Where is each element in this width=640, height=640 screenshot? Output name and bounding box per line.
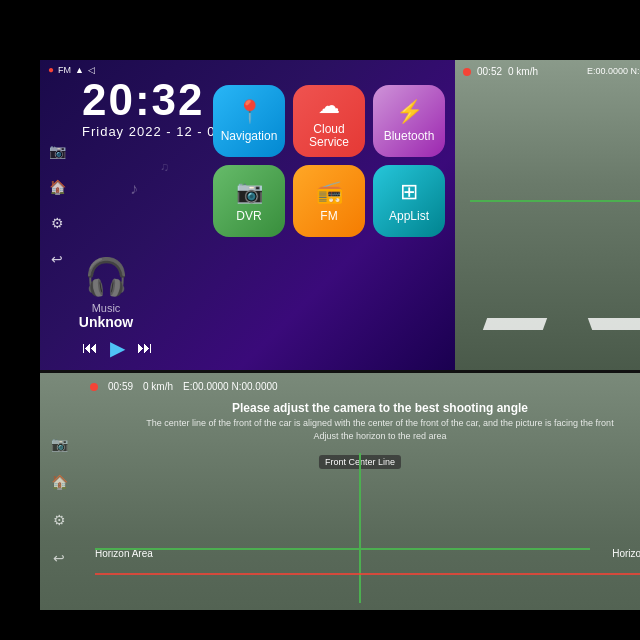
clock-date: Friday 2022 - 12 - 02 [82, 124, 224, 139]
signal-icon: FM [58, 65, 71, 75]
navigation-icon: 📍 [236, 99, 263, 125]
top-cam-speed: 0 km/h [508, 66, 538, 77]
wifi-icon: ▲ [75, 65, 84, 75]
bottom-cam-speed: 0 km/h [143, 381, 173, 392]
bottom-cam-coords: E:00.0000 N:00.0000 [183, 381, 278, 392]
bottom-status-bar: 00:59 0 km/h E:00.0000 N:00.0000 [90, 381, 278, 392]
music-note-2: ♫ [160, 160, 169, 174]
dvr-button[interactable]: 📷 DVR [213, 165, 285, 237]
navigation-label: Navigation [221, 129, 278, 143]
cloud-service-button[interactable]: ☁ CloudService [293, 85, 365, 157]
clock-section: 20:32 Friday 2022 - 12 - 02 [82, 78, 224, 139]
prev-button[interactable]: ⏮ [82, 336, 98, 360]
red-h-line [95, 573, 640, 575]
side-nav-bottom: 📷 🏠 ⚙ ↩ [48, 433, 70, 569]
bluetooth-label: Bluetooth [384, 129, 435, 143]
inst-main: Please adjust the camera to the best sho… [90, 401, 640, 415]
top-cam-time: 00:52 [477, 66, 502, 77]
headphone-icon: 🎧 [76, 252, 136, 302]
road-marking-right-top [588, 318, 640, 330]
fm-button[interactable]: 📻 FM [293, 165, 365, 237]
bluetooth-button[interactable]: ⚡ Bluetooth [373, 85, 445, 157]
road-marking-left-top [483, 318, 547, 330]
horizon-right-label: Horizon Area [612, 548, 640, 559]
bluetooth-icon: ⚡ [396, 99, 423, 125]
green-v-line [359, 453, 361, 603]
bottom-nav-home-icon[interactable]: 🏠 [48, 471, 70, 493]
top-cam-status: 00:52 0 km/h [463, 66, 538, 77]
bottom-cam-time: 00:59 [108, 381, 133, 392]
rec-dot-top [463, 68, 471, 76]
inst-sub1: The center line of the front of the car … [90, 417, 640, 430]
instruction-text: Please adjust the camera to the best sho… [90, 401, 640, 442]
rec-dot-bottom [90, 383, 98, 391]
nav-camera-icon[interactable]: 📷 [46, 140, 68, 162]
play-button[interactable]: ▶ [110, 336, 125, 360]
applist-label: AppList [389, 209, 429, 223]
cloud-label: CloudService [309, 123, 349, 149]
head-unit-panel: ● FM ▲ ◁ 📷 🏠 ⚙ ↩ 20:32 Friday 2022 - 12 … [40, 60, 455, 370]
green-h-line [95, 548, 590, 550]
top-panel: ● FM ▲ ◁ 📷 🏠 ⚙ ↩ 20:32 Friday 2022 - 12 … [40, 60, 640, 370]
music-label: Music [76, 302, 136, 314]
music-controls: ⏮ ▶ ⏭ [82, 336, 153, 360]
applist-button[interactable]: ⊞ AppList [373, 165, 445, 237]
music-section: 🎧 Music Unknow [76, 252, 136, 330]
dvr-label: DVR [236, 209, 261, 223]
dvr-icon: 📷 [236, 179, 263, 205]
nav-settings-icon[interactable]: ⚙ [46, 212, 68, 234]
navigation-button[interactable]: 📍 Navigation [213, 85, 285, 157]
road-top [455, 160, 640, 340]
inst-sub2: Adjust the horizon to the red area [90, 430, 640, 443]
fm-label: FM [320, 209, 337, 223]
side-nav: 📷 🏠 ⚙ ↩ [46, 140, 68, 270]
clock-time: 20:32 [82, 78, 224, 122]
green-line-top [470, 200, 640, 202]
top-cam-coords: E:00.0000 N:00.0000 [587, 66, 640, 76]
nav-back-icon[interactable]: ↩ [46, 248, 68, 270]
music-title: Unknow [76, 314, 136, 330]
app-grid: 📍 Navigation ☁ CloudService ⚡ Bluetooth … [213, 85, 445, 237]
bottom-nav-camera-icon[interactable]: 📷 [48, 433, 70, 455]
music-note-1: ♪ [130, 180, 138, 198]
bottom-camera-panel: 📷 🏠 ⚙ ↩ 00:59 0 km/h E:00.0000 N:00.0000… [40, 373, 640, 640]
bottom-border [0, 610, 640, 640]
nav-home-icon[interactable]: 🏠 [46, 176, 68, 198]
cloud-icon: ☁ [318, 93, 340, 119]
battery-icon: ◁ [88, 65, 95, 75]
next-button[interactable]: ⏭ [137, 336, 153, 360]
fm-icon: 📻 [316, 179, 343, 205]
bottom-nav-settings-icon[interactable]: ⚙ [48, 509, 70, 531]
bottom-nav-back-icon[interactable]: ↩ [48, 547, 70, 569]
left-border [0, 0, 40, 640]
top-camera-panel: 00:52 0 km/h E:00.0000 N:00.0000 ▶ [455, 60, 640, 370]
applist-icon: ⊞ [400, 179, 418, 205]
top-border [0, 0, 640, 60]
